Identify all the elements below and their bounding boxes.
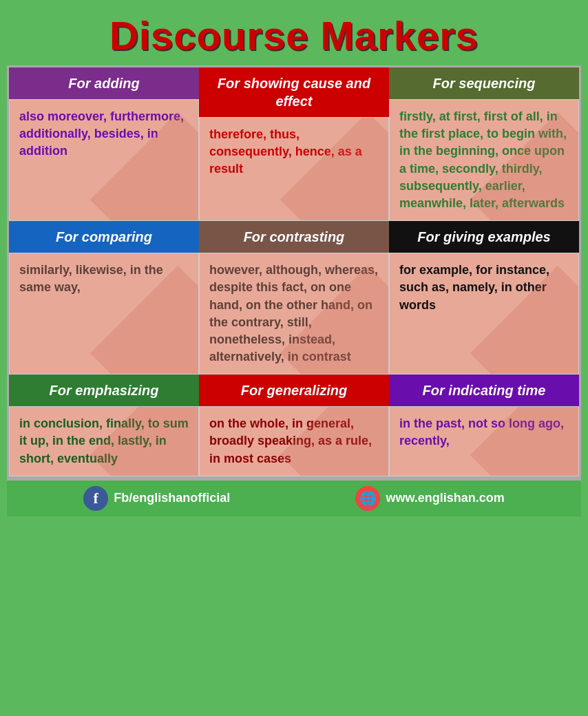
cell-r0-c1: For showing cause and effecttherefore, t… <box>199 67 389 221</box>
cell-r0-c2: For sequencingfirstly, at first, first o… <box>389 67 579 221</box>
cell-header-r1-c1: For contrasting <box>199 221 389 253</box>
cell-r2-c2: For indicating timein the past, not so l… <box>389 375 579 476</box>
cell-header-r0-c2: For sequencing <box>389 67 579 99</box>
cell-body-r1-c0: similarly, likewise, in the same way, <box>9 253 199 375</box>
cell-text-r0-c2: firstly, at first, first of all, in the … <box>399 109 567 210</box>
cell-body-r0-c2: firstly, at first, first of all, in the … <box>389 99 579 221</box>
facebook-icon: f <box>83 486 108 511</box>
cell-body-r0-c1: therefore, thus, consequently, hence, as… <box>199 117 389 221</box>
cell-text-r2-c2: in the past, not so long ago, recently, <box>399 417 564 448</box>
cell-r0-c0: For addingalso moreover, furthermore, ad… <box>9 67 199 221</box>
cell-text-r1-c0: similarly, likewise, in the same way, <box>19 263 163 294</box>
main-wrapper: Discourse Markers For addingalso moreove… <box>0 0 588 516</box>
page-title: Discourse Markers <box>7 7 581 65</box>
cell-text-r0-c0: also moreover, furthermore, additionally… <box>19 109 184 158</box>
website-text: www.englishan.com <box>386 491 504 505</box>
cell-header-r2-c0: For emphasizing <box>9 375 199 406</box>
cell-text-r1-c2: for example, for instance, such as, name… <box>399 263 549 311</box>
facebook-item: f Fb/englishanofficial <box>83 486 230 511</box>
cell-header-r0-c0: For adding <box>9 67 199 99</box>
cell-r2-c1: For generalizingon the whole, in general… <box>199 375 389 476</box>
cell-body-r0-c0: also moreover, furthermore, additionally… <box>9 99 199 221</box>
cell-text-r0-c1: therefore, thus, consequently, hence, as… <box>209 127 362 176</box>
cell-body-r2-c0: in conclusion, finally, to sum it up, in… <box>9 406 199 476</box>
globe-icon: 🌐 <box>355 486 380 511</box>
cell-text-r2-c1: on the whole, in general, broadly speaki… <box>209 417 372 465</box>
cell-body-r1-c1: however, although, whereas, despite this… <box>199 253 389 375</box>
facebook-text: Fb/englishanofficial <box>114 491 230 505</box>
website-item: 🌐 www.englishan.com <box>355 486 504 511</box>
cell-r1-c0: For comparingsimilarly, likewise, in the… <box>9 221 199 375</box>
cell-text-r2-c0: in conclusion, finally, to sum it up, in… <box>19 417 189 465</box>
cell-r2-c0: For emphasizingin conclusion, finally, t… <box>9 375 199 476</box>
cell-header-r1-c2: For giving examples <box>389 221 579 253</box>
cell-header-r2-c1: For generalizing <box>199 375 389 406</box>
cell-text-r1-c1: however, although, whereas, despite this… <box>209 263 378 364</box>
cell-r1-c1: For contrastinghowever, although, wherea… <box>199 221 389 375</box>
cell-body-r2-c2: in the past, not so long ago, recently, <box>389 406 579 476</box>
cell-header-r2-c2: For indicating time <box>389 375 579 406</box>
cell-body-r1-c2: for example, for instance, such as, name… <box>389 253 579 375</box>
footer: f Fb/englishanofficial 🌐 www.englishan.c… <box>7 478 581 516</box>
cell-header-r0-c1: For showing cause and effect <box>199 67 389 117</box>
discourse-grid: For addingalso moreover, furthermore, ad… <box>7 65 581 478</box>
cell-header-r1-c0: For comparing <box>9 221 199 253</box>
cell-r1-c2: For giving examplesfor example, for inst… <box>389 221 579 375</box>
cell-body-r2-c1: on the whole, in general, broadly speaki… <box>199 406 389 476</box>
